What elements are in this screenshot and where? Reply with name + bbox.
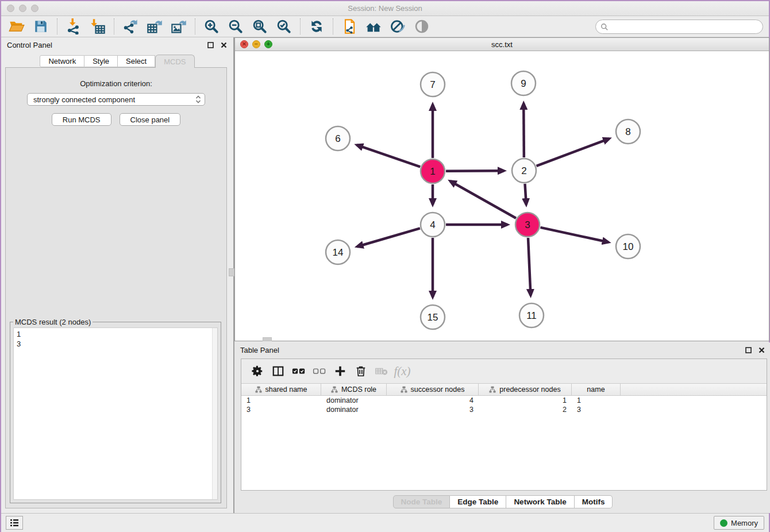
deselect-all-button[interactable] bbox=[309, 361, 330, 381]
search-field[interactable] bbox=[595, 20, 763, 34]
edge-4-14[interactable] bbox=[357, 228, 420, 246]
memory-button[interactable]: Memory bbox=[714, 516, 764, 530]
column-header-shared-name[interactable]: shared name bbox=[241, 384, 321, 395]
table-panel: Table Panel bbox=[234, 342, 770, 513]
save-session-icon bbox=[33, 19, 48, 34]
table-cell[interactable]: 1 bbox=[241, 396, 321, 405]
criterion-select[interactable]: strongly connected component bbox=[27, 93, 205, 106]
svg-text:15: 15 bbox=[428, 312, 438, 323]
select-all-icon bbox=[292, 367, 306, 376]
node-10[interactable]: 10 bbox=[616, 234, 640, 259]
node-7[interactable]: 7 bbox=[421, 72, 445, 97]
zoom-out-button[interactable] bbox=[226, 17, 245, 36]
table-row[interactable]: 1dominator411 bbox=[241, 396, 767, 405]
edge-2-8[interactable] bbox=[537, 138, 610, 166]
close-panel-icon[interactable] bbox=[220, 41, 228, 49]
column-label: MCDS role bbox=[341, 385, 376, 394]
hide-graphics-button[interactable] bbox=[388, 17, 407, 36]
table-cell[interactable]: 3 bbox=[241, 405, 321, 414]
edge-2-9[interactable] bbox=[523, 103, 524, 157]
tab-select[interactable]: Select bbox=[118, 55, 155, 67]
node-15[interactable]: 15 bbox=[421, 305, 445, 329]
edge-2-3[interactable] bbox=[525, 184, 526, 205]
task-history-button[interactable] bbox=[6, 516, 23, 530]
table-cell[interactable]: 3 bbox=[572, 405, 621, 414]
search-input[interactable] bbox=[611, 22, 763, 31]
delete-table-button[interactable] bbox=[371, 361, 392, 381]
node-1[interactable]: 1 bbox=[421, 159, 445, 183]
refresh-layout-button[interactable] bbox=[307, 17, 326, 36]
export-table-button[interactable] bbox=[145, 17, 164, 36]
edge-1-2[interactable] bbox=[446, 171, 504, 171]
table-cell[interactable]: 1 bbox=[572, 396, 621, 405]
column-header-predecessor-nodes[interactable]: predecessor nodes bbox=[479, 384, 572, 395]
edge-3-10[interactable] bbox=[540, 228, 608, 242]
open-file-button[interactable] bbox=[7, 17, 26, 36]
float-table-panel-icon[interactable] bbox=[744, 346, 752, 354]
edge-3-11[interactable] bbox=[528, 238, 530, 295]
clone-network-button[interactable] bbox=[340, 17, 359, 36]
function-builder-button[interactable]: f(x) bbox=[392, 361, 413, 381]
node-8[interactable]: 8 bbox=[616, 119, 640, 144]
mcds-result-list[interactable]: 13 bbox=[13, 327, 218, 500]
node-14[interactable]: 14 bbox=[326, 240, 350, 264]
export-image-button[interactable] bbox=[169, 17, 188, 36]
node-11[interactable]: 11 bbox=[519, 303, 544, 327]
close-panel-button[interactable]: Close panel bbox=[120, 113, 181, 126]
tab-style[interactable]: Style bbox=[84, 55, 118, 67]
tab-mcds[interactable]: MCDS bbox=[155, 55, 194, 68]
first-neighbors-button[interactable] bbox=[364, 17, 383, 36]
show-graphics-button[interactable] bbox=[412, 17, 432, 36]
node-9[interactable]: 9 bbox=[511, 71, 536, 95]
node-6[interactable]: 6 bbox=[326, 126, 350, 151]
import-table-button[interactable] bbox=[88, 17, 107, 36]
edge-3-1[interactable] bbox=[450, 181, 515, 218]
column-header-successor-nodes[interactable]: successor nodes bbox=[387, 384, 479, 395]
criterion-select-value: strongly connected component bbox=[33, 95, 195, 104]
tab-node-table[interactable]: Node Table bbox=[393, 495, 451, 508]
node-4[interactable]: 4 bbox=[421, 213, 445, 237]
table-cell[interactable]: 2 bbox=[479, 405, 572, 414]
table-row[interactable]: 3dominator323 bbox=[241, 405, 767, 414]
zoom-in-button[interactable] bbox=[202, 17, 221, 36]
table-cell[interactable]: dominator bbox=[321, 396, 387, 405]
add-column-button[interactable] bbox=[330, 361, 351, 381]
node-2[interactable]: 2 bbox=[512, 159, 536, 183]
vertical-splitter-handle[interactable] bbox=[229, 268, 234, 276]
run-mcds-button[interactable]: Run MCDS bbox=[52, 113, 111, 126]
close-table-panel-icon[interactable] bbox=[757, 346, 765, 354]
main-toolbar bbox=[1, 16, 769, 37]
import-network-button[interactable] bbox=[64, 17, 83, 36]
tab-edge-table[interactable]: Edge Table bbox=[450, 495, 506, 508]
deselect-all-icon bbox=[313, 367, 326, 376]
zoom-out-icon bbox=[228, 18, 244, 34]
save-session-button[interactable] bbox=[31, 17, 51, 36]
select-all-button[interactable] bbox=[288, 361, 309, 381]
split-panel-button[interactable] bbox=[268, 361, 288, 381]
table-cell[interactable]: 3 bbox=[387, 405, 479, 414]
export-network-button[interactable] bbox=[121, 17, 140, 36]
svg-text:7: 7 bbox=[430, 79, 435, 90]
edge-1-6[interactable] bbox=[357, 145, 420, 167]
column-header-name[interactable]: name bbox=[572, 384, 621, 395]
horizontal-splitter-handle[interactable] bbox=[263, 337, 272, 341]
float-panel-icon[interactable] bbox=[206, 41, 214, 49]
split-panel-icon bbox=[272, 365, 284, 377]
delete-column-button[interactable] bbox=[351, 361, 371, 381]
result-scrollbar[interactable] bbox=[212, 328, 217, 499]
settings-gear-button[interactable] bbox=[247, 361, 268, 381]
zoom-selected-button[interactable] bbox=[274, 17, 294, 36]
desktop-area: Control Panel NetworkStyleSelectMCDS Opt… bbox=[1, 37, 769, 513]
network-view-canvas[interactable]: 7968124314101511 bbox=[235, 51, 769, 341]
table-cell[interactable]: 4 bbox=[387, 396, 479, 405]
tab-network[interactable]: Network bbox=[40, 55, 84, 67]
node-3[interactable]: 3 bbox=[515, 213, 540, 237]
zoom-fit-button[interactable] bbox=[250, 17, 270, 36]
table-cell[interactable]: dominator bbox=[321, 405, 387, 414]
column-header-MCDS-role[interactable]: MCDS role bbox=[321, 384, 387, 395]
tab-motifs[interactable]: Motifs bbox=[575, 495, 613, 508]
mcds-result-value: 3 bbox=[17, 339, 217, 349]
table-cell[interactable]: 1 bbox=[479, 396, 572, 405]
export-network-icon bbox=[122, 18, 138, 34]
tab-network-table[interactable]: Network Table bbox=[506, 495, 574, 508]
